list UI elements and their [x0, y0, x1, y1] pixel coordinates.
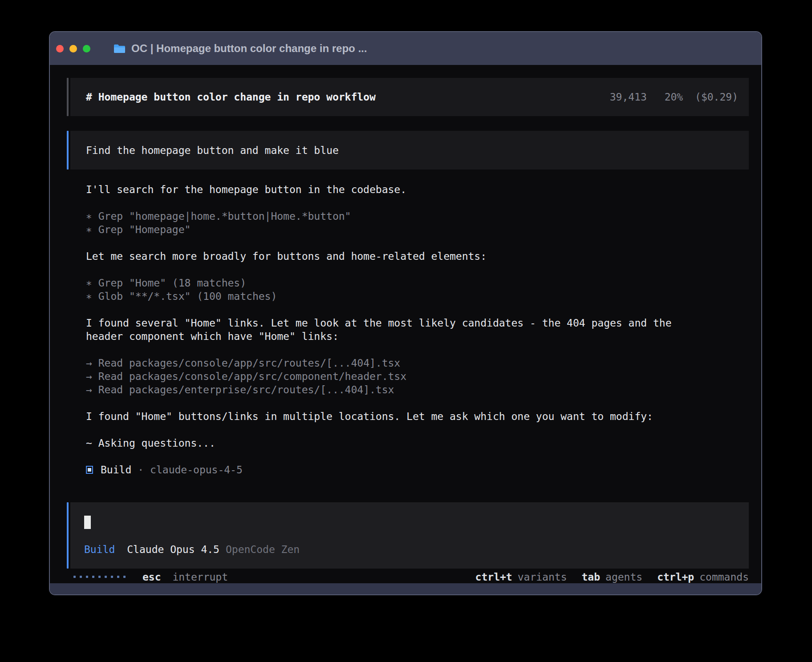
commands-label: commands	[699, 571, 749, 583]
tool-call-label: Grep "homepage|home.*button|Home.*button…	[92, 210, 351, 222]
prompt-input-area[interactable]: Build Claude Opus 4.5 OpenCode Zen	[67, 502, 749, 569]
context-percent: 20%	[665, 91, 683, 103]
text-cursor	[84, 516, 91, 529]
ctrl+p-key: ctrl+p	[657, 571, 694, 583]
assistant-paragraph: ~ Asking questions...	[86, 436, 696, 450]
spinner-dot	[123, 576, 126, 578]
assistant-paragraph: I found several "Home" links. Let me loo…	[86, 316, 696, 343]
status-right: ctrl+tvariantstabagentsctrl+pcommands	[475, 571, 749, 583]
spinner-dot	[111, 576, 113, 578]
tool-call-label: Grep "Homepage"	[92, 224, 191, 235]
titlebar: OC | Homepage button color change in rep…	[50, 32, 761, 65]
spinner-dot	[86, 576, 88, 578]
assistant-paragraph: I found "Home" buttons/links in multiple…	[86, 410, 696, 423]
tool-call-line: ∗ Glob "**/*.tsx" (100 matches)	[86, 290, 749, 303]
user-message-text: Find the homepage button and make it blu…	[86, 145, 339, 156]
tool-asterisk-icon: ∗	[86, 210, 92, 222]
terminal-content: # Homepage button color change in repo w…	[50, 65, 761, 583]
session-cost: ($0.29)	[695, 91, 738, 103]
variants-label: variants	[518, 571, 567, 583]
minimize-button[interactable]	[69, 45, 77, 52]
spinner-dot	[92, 576, 94, 578]
close-button[interactable]	[56, 45, 64, 52]
spinner-dot	[73, 576, 76, 578]
tool-call-label: Read packages/console/app/src/routes/[..…	[92, 357, 400, 369]
status-bar: esc interrupt ctrl+tvariantstabagentsctr…	[67, 570, 749, 583]
tool-call-line: → Read packages/enterprise/src/routes/[.…	[86, 383, 749, 396]
working-spinner	[73, 576, 126, 578]
window-title: OC | Homepage button color change in rep…	[131, 42, 367, 55]
session-title: # Homepage button color change in repo w…	[86, 91, 376, 103]
tool-call-label: Glob "**/*.tsx" (100 matches)	[92, 291, 277, 302]
tab-key: tab	[581, 571, 600, 583]
hint-commands: ctrl+pcommands	[657, 571, 749, 583]
read-arrow-icon: →	[86, 384, 92, 396]
terminal-window: OC | Homepage button color change in rep…	[49, 31, 762, 595]
tool-asterisk-icon: ∗	[86, 291, 92, 302]
transcript: I'll search for the homepage button in t…	[86, 183, 749, 490]
tool-call-group: ∗ Grep "Home" (18 matches)∗ Glob "**/*.t…	[86, 276, 749, 303]
tool-call-group: ∗ Grep "homepage|home.*button|Home.*butt…	[86, 210, 749, 236]
spinner-dot	[98, 576, 101, 578]
spinner-dot	[105, 576, 107, 578]
hint-variants: ctrl+tvariants	[475, 571, 567, 583]
prompt-input-bar	[67, 502, 69, 569]
assistant-paragraph: I'll search for the homepage button in t…	[86, 183, 696, 196]
read-arrow-icon: →	[86, 357, 92, 369]
agents-label: agents	[605, 571, 642, 583]
tool-asterisk-icon: ∗	[86, 277, 92, 289]
input-provider-label: OpenCode Zen	[226, 543, 300, 556]
status-left: esc interrupt	[73, 571, 228, 583]
tool-call-line: → Read packages/console/app/src/routes/[…	[86, 356, 749, 370]
input-model-label: Claude Opus 4.5	[127, 543, 219, 556]
tool-call-line: → Read packages/console/app/src/componen…	[86, 370, 749, 383]
tool-call-label: Read packages/enterprise/src/routes/[...…	[92, 384, 394, 396]
tool-call-label: Grep "Home" (18 matches)	[92, 277, 246, 289]
window-footer	[50, 583, 761, 594]
hint-interrupt: esc interrupt	[142, 571, 228, 583]
spinner-dot	[80, 576, 82, 578]
input-agent-label: Build	[84, 543, 115, 556]
agent-model: claude-opus-4-5	[150, 464, 243, 476]
build-agent-icon	[86, 466, 93, 474]
user-message: Find the homepage button and make it blu…	[67, 131, 749, 170]
session-meta: 39,413 20% ($0.29)	[610, 91, 738, 103]
esc-label: interrupt	[172, 571, 228, 583]
session-header-bar	[67, 78, 69, 116]
agent-status-row: Build·claude-opus-4-5	[86, 463, 749, 476]
user-message-bar	[67, 131, 69, 170]
session-header: # Homepage button color change in repo w…	[67, 78, 749, 116]
tool-call-line: ∗ Grep "Homepage"	[86, 223, 749, 236]
ctrl+t-key: ctrl+t	[475, 571, 512, 583]
tool-asterisk-icon: ∗	[86, 224, 92, 235]
traffic-lights	[56, 45, 90, 52]
agent-separator: ·	[138, 464, 144, 476]
tool-call-line: ∗ Grep "Home" (18 matches)	[86, 276, 749, 290]
tool-call-line: ∗ Grep "homepage|home.*button|Home.*butt…	[86, 210, 749, 223]
hint-agents: tabagents	[581, 571, 642, 583]
assistant-paragraph: Let me search more broadly for buttons a…	[86, 250, 696, 263]
token-count: 39,413	[610, 91, 647, 103]
spinner-dot	[117, 576, 119, 578]
zoom-button[interactable]	[83, 45, 90, 52]
model-status-row: Build Claude Opus 4.5 OpenCode Zen	[84, 543, 738, 556]
folder-icon	[114, 44, 126, 53]
read-arrow-icon: →	[86, 371, 92, 382]
tool-call-group: → Read packages/console/app/src/routes/[…	[86, 356, 749, 396]
agent-name: Build	[101, 464, 131, 476]
tool-call-label: Read packages/console/app/src/component/…	[92, 371, 406, 382]
esc-key: esc	[142, 571, 161, 583]
